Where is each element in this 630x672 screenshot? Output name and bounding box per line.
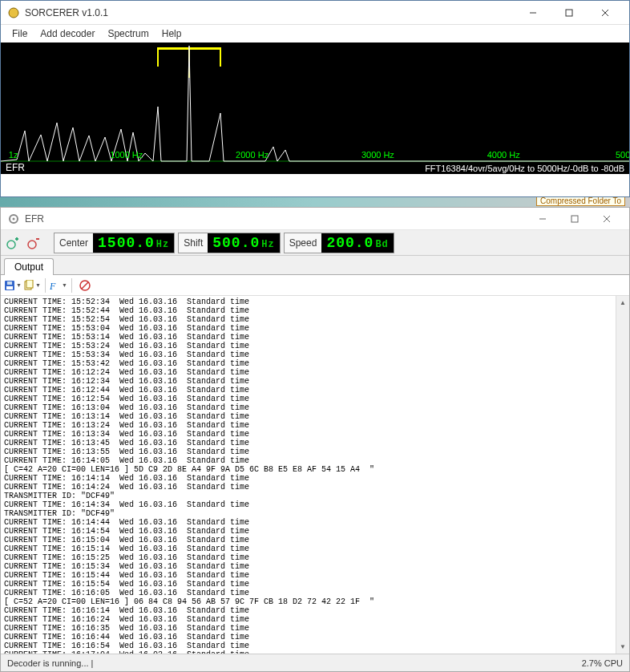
minimize-button[interactable] bbox=[515, 2, 551, 24]
app-icon bbox=[7, 6, 20, 19]
main-title-bar: SORCERER v1.0.1 bbox=[1, 1, 629, 25]
desktop-gap: Compressed Folder To bbox=[0, 197, 630, 207]
menu-spectrum[interactable]: Spectrum bbox=[101, 26, 155, 41]
svg-point-19 bbox=[28, 241, 36, 249]
parameter-bar: Center 1500.0Hz Shift 500.0Hz Speed 200.… bbox=[1, 230, 629, 256]
child-minimize-button[interactable] bbox=[527, 208, 559, 229]
main-window: SORCERER v1.0.1 File Add decoder Spectru… bbox=[0, 0, 630, 197]
spectrum-axis: 1z 1000 Hz 2000 Hz 3000 Hz 4000 Hz 500 bbox=[1, 150, 629, 161]
scroll-down-icon[interactable]: ▼ bbox=[616, 640, 629, 654]
axis-tick: 1000 Hz bbox=[110, 150, 143, 160]
spectrum-mode-label: EFR bbox=[6, 162, 25, 173]
output-toolbar: ▼ ▼ F▼ bbox=[1, 275, 629, 296]
tabs: Output bbox=[1, 256, 629, 275]
svg-rect-25 bbox=[26, 280, 33, 288]
svg-rect-23 bbox=[7, 281, 12, 285]
svg-line-28 bbox=[82, 282, 88, 289]
spectrum-display[interactable]: 1z 1000 Hz 2000 Hz 3000 Hz 4000 Hz 500 E… bbox=[1, 43, 629, 174]
decoder-status-bar: Decoder is running... | 2.7% CPU bbox=[1, 654, 629, 671]
axis-tick: 2000 Hz bbox=[236, 150, 269, 160]
svg-rect-2 bbox=[566, 10, 572, 16]
save-button[interactable]: ▼ bbox=[4, 277, 22, 293]
status-decoder-state: Decoder is running... | bbox=[7, 658, 582, 668]
scroll-up-icon[interactable]: ▲ bbox=[616, 296, 629, 310]
menu-file[interactable]: File bbox=[6, 26, 34, 41]
center-label: Center bbox=[55, 237, 93, 249]
decoder-title: EFR bbox=[25, 213, 527, 225]
close-button[interactable] bbox=[587, 2, 623, 24]
background-folder-hint: Compressed Folder To bbox=[536, 197, 625, 206]
shift-value: 500.0 bbox=[212, 235, 260, 251]
main-title: SORCERER v1.0.1 bbox=[25, 7, 515, 18]
output-area: CURRENT TIME: 15:52:34 Wed 16.03.16 Stan… bbox=[1, 296, 629, 654]
add-decoder-icon[interactable] bbox=[4, 234, 22, 252]
decoder-title-bar: EFR bbox=[1, 208, 629, 230]
scroll-track[interactable] bbox=[616, 310, 629, 640]
center-value: 1500.0 bbox=[98, 235, 155, 251]
maximize-button[interactable] bbox=[551, 2, 587, 24]
speed-param[interactable]: Speed 200.0Bd bbox=[284, 233, 394, 253]
menu-add-decoder[interactable]: Add decoder bbox=[34, 26, 101, 41]
child-maximize-button[interactable] bbox=[559, 208, 591, 229]
vertical-scrollbar[interactable]: ▲ ▼ bbox=[616, 296, 629, 654]
axis-tick: 1z bbox=[9, 150, 18, 160]
spectrum-fft-info: FFT16384/4ovr/5avg/0Hz to 5000Hz/-0dB to… bbox=[425, 164, 624, 173]
center-param[interactable]: Center 1500.0Hz bbox=[54, 233, 175, 253]
copy-button[interactable]: ▼ bbox=[23, 277, 41, 293]
svg-text:F: F bbox=[50, 281, 56, 291]
axis-tick: 4000 Hz bbox=[487, 150, 520, 160]
center-unit: Hz bbox=[156, 239, 169, 250]
shift-unit: Hz bbox=[261, 239, 274, 250]
decoder-window: EFR Center 1500.0Hz Shift 500.0Hz Speed … bbox=[0, 207, 630, 672]
menu-help[interactable]: Help bbox=[155, 26, 188, 41]
svg-point-11 bbox=[13, 217, 15, 220]
speed-value: 200.0 bbox=[326, 235, 374, 251]
clear-button[interactable] bbox=[76, 277, 94, 293]
child-close-button[interactable] bbox=[591, 208, 623, 229]
axis-tick: 3000 Hz bbox=[361, 150, 394, 160]
svg-rect-13 bbox=[571, 216, 578, 222]
remove-decoder-icon[interactable] bbox=[25, 234, 42, 252]
tab-output[interactable]: Output bbox=[4, 258, 54, 275]
speed-unit: Bd bbox=[375, 239, 388, 250]
speed-label: Speed bbox=[285, 237, 322, 249]
axis-tick: 500 bbox=[616, 150, 629, 160]
shift-label: Shift bbox=[179, 237, 208, 249]
menu-bar: File Add decoder Spectrum Help bbox=[1, 25, 629, 43]
font-button[interactable]: F▼ bbox=[50, 277, 67, 293]
svg-point-16 bbox=[7, 241, 15, 249]
output-text[interactable]: CURRENT TIME: 15:52:34 Wed 16.03.16 Stan… bbox=[1, 296, 616, 654]
svg-point-0 bbox=[9, 8, 18, 18]
shift-param[interactable]: Shift 500.0Hz bbox=[178, 233, 280, 253]
svg-rect-22 bbox=[6, 286, 13, 289]
gear-icon bbox=[7, 213, 20, 225]
status-cpu: 2.7% CPU bbox=[582, 658, 623, 668]
